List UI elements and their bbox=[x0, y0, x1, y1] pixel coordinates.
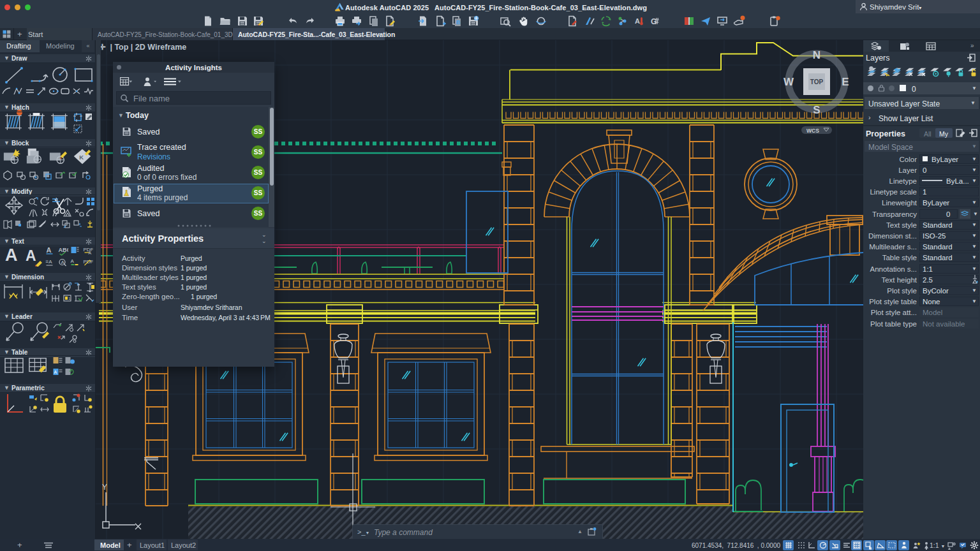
svg-text:WCS: WCS bbox=[806, 128, 819, 134]
svg-text:W: W bbox=[783, 76, 794, 88]
svg-text:1: 1 bbox=[68, 297, 71, 300]
svg-text:K: K bbox=[79, 154, 84, 161]
svg-text:A: A bbox=[54, 370, 57, 374]
svg-text:A: A bbox=[71, 258, 75, 264]
svg-text:E: E bbox=[842, 76, 849, 88]
svg-text:S: S bbox=[813, 104, 820, 116]
svg-text:A: A bbox=[47, 246, 52, 254]
svg-text:B: B bbox=[456, 19, 461, 26]
svg-text:N: N bbox=[813, 49, 820, 61]
svg-text:ABC: ABC bbox=[58, 247, 68, 253]
svg-text:Y: Y bbox=[102, 483, 107, 492]
svg-text:A: A bbox=[635, 17, 640, 25]
svg-text:A: A bbox=[88, 251, 91, 255]
svg-text:≡A: ≡A bbox=[46, 259, 53, 265]
svg-text:TOP: TOP bbox=[810, 78, 824, 85]
